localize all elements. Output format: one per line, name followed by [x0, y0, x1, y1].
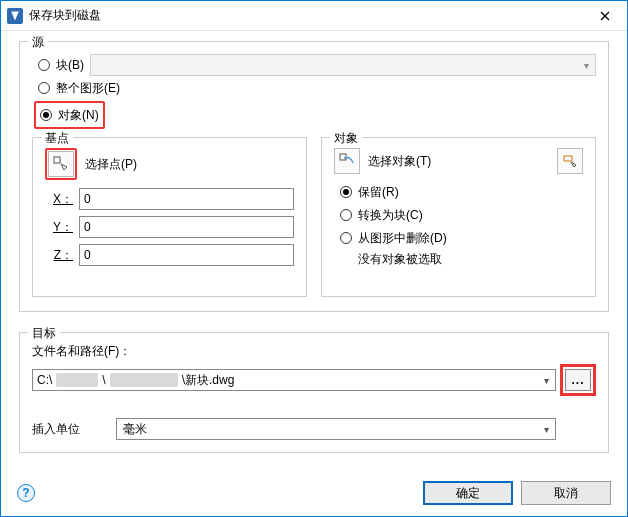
cancel-button[interactable]: 取消: [521, 481, 611, 505]
x-label: X：: [45, 191, 73, 208]
svg-rect-0: [54, 157, 60, 163]
radio-convert[interactable]: 转换为块(C): [340, 205, 583, 225]
radio-icon: [38, 82, 50, 94]
select-objects-label: 选择对象(T): [368, 153, 431, 170]
radio-retain[interactable]: 保留(R): [340, 182, 583, 202]
basepoint-group: 基点 选择点(P) X：: [32, 137, 307, 297]
x-input[interactable]: [79, 188, 294, 210]
path-prefix: C:\: [37, 373, 52, 387]
units-value: 毫米: [123, 421, 147, 438]
target-legend: 目标: [28, 325, 60, 342]
titlebar: 保存块到磁盘: [1, 1, 627, 31]
highlight-browse: ...: [560, 364, 596, 396]
y-input[interactable]: [79, 216, 294, 238]
pick-point-button[interactable]: [48, 151, 74, 177]
path-sep: \: [102, 373, 105, 387]
block-select[interactable]: ▾: [90, 54, 596, 76]
y-label: Y：: [45, 219, 73, 236]
radio-icon: [40, 109, 52, 121]
radio-objects[interactable]: 对象(N): [40, 105, 99, 125]
radio-icon: [340, 232, 352, 244]
radio-block-label: 块(B): [56, 57, 84, 74]
source-group: 源 块(B) ▾ 整个图形(E) 对象(N): [19, 41, 609, 312]
chevron-down-icon: ▾: [544, 424, 549, 435]
z-input[interactable]: [79, 244, 294, 266]
radio-delete[interactable]: 从图形中删除(D): [340, 228, 583, 248]
footer: ? 确定 取消: [1, 470, 627, 516]
radio-icon: [38, 59, 50, 71]
basepoint-legend: 基点: [41, 130, 73, 147]
dialog-window: 保存块到磁盘 源 块(B) ▾ 整个图形(E): [0, 0, 628, 517]
window-title: 保存块到磁盘: [29, 7, 583, 24]
radio-icon: [340, 186, 352, 198]
convert-label: 转换为块(C): [358, 207, 423, 224]
pick-point-label: 选择点(P): [85, 156, 137, 173]
target-group: 目标 文件名和路径(F)： C:\ \ \ 新块.dwg ▾ ... 插入单位: [19, 332, 609, 453]
objects-note: 没有对象被选取: [358, 251, 583, 268]
radio-block[interactable]: 块(B) ▾: [38, 55, 596, 75]
objects-group: 对象 选择对象(T) 保留(R): [321, 137, 596, 297]
path-blur: [56, 373, 98, 387]
highlight-pick-point: [45, 148, 77, 180]
chevron-down-icon: ▾: [584, 60, 589, 71]
z-label: Z：: [45, 247, 73, 264]
ok-button[interactable]: 确定: [423, 481, 513, 505]
chevron-down-icon: ▾: [544, 375, 549, 386]
path-label: 文件名和路径(F)：: [32, 343, 596, 360]
highlight-objects-radio: 对象(N): [34, 101, 105, 129]
browse-button[interactable]: ...: [565, 369, 591, 391]
help-button[interactable]: ?: [17, 484, 35, 502]
quick-select-button[interactable]: [557, 148, 583, 174]
source-legend: 源: [28, 34, 48, 51]
path-combo[interactable]: C:\ \ \ 新块.dwg ▾: [32, 369, 556, 391]
radio-entire[interactable]: 整个图形(E): [38, 78, 596, 98]
select-objects-button[interactable]: [334, 148, 360, 174]
units-combo[interactable]: 毫米 ▾: [116, 418, 556, 440]
app-icon: [7, 8, 23, 24]
radio-entire-label: 整个图形(E): [56, 80, 120, 97]
radio-objects-label: 对象(N): [58, 107, 99, 124]
objects-legend: 对象: [330, 130, 362, 147]
path-blur: [110, 373, 178, 387]
radio-icon: [340, 209, 352, 221]
delete-label: 从图形中删除(D): [358, 230, 447, 247]
close-button[interactable]: [583, 1, 627, 31]
units-label: 插入单位: [32, 421, 80, 438]
retain-label: 保留(R): [358, 184, 399, 201]
path-suffix: 新块.dwg: [185, 372, 234, 389]
svg-rect-1: [340, 154, 346, 160]
